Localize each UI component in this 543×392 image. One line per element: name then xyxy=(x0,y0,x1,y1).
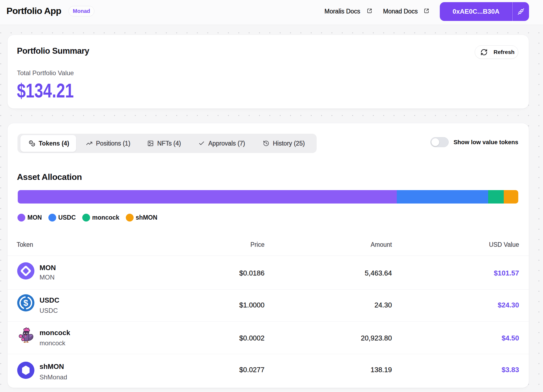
svg-text:$: $ xyxy=(23,298,28,308)
